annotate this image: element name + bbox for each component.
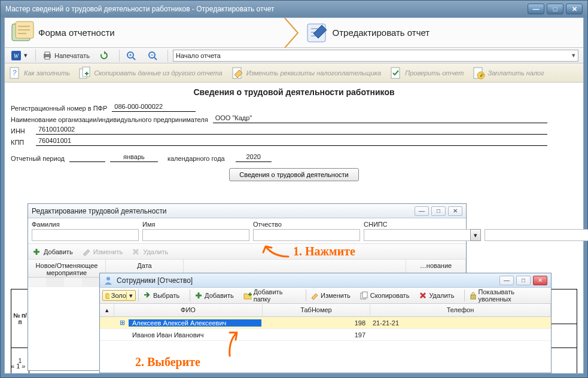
emp-add-button[interactable]: Добавить [193, 291, 236, 300]
dialog-close-button[interactable]: ✕ [448, 206, 462, 216]
period-month[interactable]: январь [110, 153, 158, 162]
col-tel[interactable]: Телефон [370, 304, 551, 316]
surname-input[interactable] [32, 229, 139, 241]
folder-plus-icon [243, 291, 252, 300]
emp-close-button[interactable]: ✕ [533, 276, 547, 285]
edit-row-label: Изменить [93, 248, 123, 255]
org-name-value[interactable]: ООО "Кадр" [213, 114, 547, 123]
dialog-maximize-button[interactable]: □ [431, 206, 446, 216]
reg-number-label: Регистрационный номер в ПФР [11, 105, 107, 112]
emp-edit-button[interactable]: Изменить [309, 291, 352, 300]
employees-icon [103, 276, 113, 285]
emp-delete-label: Удалить [429, 292, 454, 299]
filter-folder-field[interactable]: Золо ▾ [102, 290, 136, 301]
inn-value[interactable]: 7610010002 [36, 126, 547, 135]
svg-rect-22 [471, 295, 476, 299]
table-pager[interactable]: « 1 » [11, 362, 25, 370]
chevron-down-icon: ▾ [474, 231, 477, 239]
emp-delete-button[interactable]: Удалить [417, 291, 456, 300]
edit-requisites-button[interactable]: Изменить реквизиты налогоплательщика [231, 66, 381, 80]
word-export-button[interactable]: W ▾ [7, 49, 32, 62]
how-to-fill-button[interactable]: ? Как заполнить [8, 66, 70, 80]
how-to-fill-label: Как заполнить [24, 69, 70, 77]
edit-report-icon [304, 20, 330, 44]
employees-title: Сотрудники [Отчество] [117, 276, 193, 285]
add-row-label: Добавить [44, 248, 73, 255]
period-blank[interactable] [69, 160, 105, 162]
cross-icon [131, 247, 141, 257]
maximize-button[interactable]: □ [547, 4, 563, 14]
word-icon: W [11, 51, 21, 60]
zoom-in-icon [126, 51, 136, 60]
pencil-icon [81, 247, 91, 257]
svg-rect-7 [45, 57, 50, 59]
wizard-step-2[interactable]: Отредактировать отчет [299, 18, 584, 47]
chevron-down-icon: ▾ [126, 292, 133, 300]
edit-dialog-title: Редактирование трудовой деятельности [32, 207, 167, 215]
pay-tax-label: Заплатить налог [488, 69, 544, 77]
check-report-button[interactable]: Проверить отчет [389, 66, 464, 80]
snips-dropdown-button[interactable]: ▾ [470, 229, 481, 241]
minimize-button[interactable]: — [528, 4, 544, 14]
copy-icon [360, 291, 368, 300]
surname-label: Фамилия [32, 221, 139, 228]
chevron-down-icon: ▾ [572, 51, 575, 59]
choose-label: Выбрать [153, 292, 179, 299]
employee-row[interactable]: Иванов Иван Иванович 197 [100, 329, 551, 341]
snips-label: СНИПС [364, 221, 588, 228]
emp-tab: 198 [261, 319, 369, 327]
wizard-step-1[interactable]: Форма отчетности [5, 18, 290, 47]
close-button[interactable]: ✕ [566, 4, 583, 14]
kpp-label: КПП [11, 139, 31, 146]
employee-row[interactable]: ⊞ Алексеев Алексей Алексеевич 198 21-21-… [100, 317, 551, 329]
print-button[interactable]: Напечатать [38, 49, 94, 62]
edit-dialog-filters: Фамилия Имя Отчество СНИПС ▾ [28, 218, 466, 244]
section-selector[interactable]: Начало отчета ▾ [173, 50, 578, 62]
dialog-minimize-button[interactable]: — [415, 206, 429, 216]
pay-tax-button[interactable]: ₽ Заплатить налог [472, 66, 544, 80]
copy-from-report-label: Скопировать данные из другого отчета [94, 69, 223, 77]
col-sort[interactable]: ▴ [100, 304, 114, 316]
pay-icon: ₽ [472, 66, 485, 80]
zoom-in-button[interactable] [122, 49, 142, 62]
kpp-value[interactable]: 760401001 [36, 137, 547, 146]
tree-expand-icon[interactable]: ⊞ [100, 319, 129, 327]
emp-tab: 197 [261, 331, 369, 339]
add-row-button[interactable]: Добавить [32, 247, 73, 257]
emp-maximize-button[interactable]: □ [516, 276, 531, 285]
emp-minimize-button[interactable]: — [499, 276, 514, 285]
emp-add-folder-button[interactable]: Добавить папку [242, 288, 298, 303]
col-tab[interactable]: ТабНомер [263, 304, 370, 316]
report-form-icon [10, 20, 36, 44]
refresh-icon [99, 51, 109, 60]
col-fio[interactable]: ФИО [114, 304, 263, 316]
open-activity-button[interactable]: Сведения о трудовой деятельности [229, 168, 358, 181]
edit-row-button[interactable]: Изменить [81, 247, 123, 257]
employees-dialog: Сотрудники [Отчество] — □ ✕ Золо ▾ Выбра… [99, 273, 552, 373]
reg-number-value[interactable]: 086-000-000022 [112, 103, 196, 112]
emp-copy-label: Скопировать [370, 292, 410, 299]
check-arrow-icon [143, 291, 151, 300]
copy-from-report-button[interactable]: Скопировать данные из другого отчета [78, 66, 223, 80]
snips-prefix-input[interactable] [364, 229, 471, 241]
svg-point-19 [106, 277, 110, 281]
zoom-out-button[interactable] [144, 49, 164, 62]
wizard-step-1-label: Форма отчетности [38, 28, 115, 38]
show-fired-toggle[interactable]: Показывать уволенных [467, 288, 543, 303]
employees-toolbar: Золо ▾ Выбрать Добавить Добавить папку И… [100, 288, 551, 304]
delete-row-button[interactable]: Удалить [131, 247, 168, 257]
period-year[interactable]: 2020 [236, 153, 272, 162]
refresh-button[interactable] [95, 49, 115, 62]
col-np: № п/п [11, 289, 29, 348]
copy-doc-icon [78, 66, 92, 80]
emp-copy-button[interactable]: Скопировать [358, 291, 412, 300]
actions-toolbar: ? Как заполнить Скопировать данные из др… [5, 63, 583, 83]
main-title: Мастер сведений о трудовой деятельности … [5, 5, 274, 13]
patronymic-input[interactable] [253, 229, 360, 241]
snips-input[interactable] [485, 229, 588, 241]
choose-button[interactable]: Выбрать [141, 291, 181, 300]
printer-icon [42, 51, 52, 60]
firstname-input[interactable] [142, 229, 249, 241]
wizard-arrow-icon [290, 18, 299, 47]
employees-titlebar: Сотрудники [Отчество] — □ ✕ [100, 273, 551, 288]
